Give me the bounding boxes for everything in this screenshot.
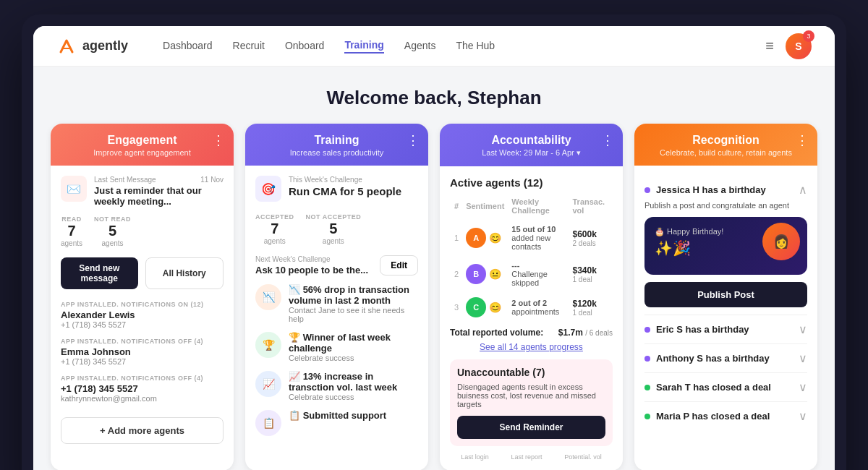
training-avatar-2: 📈: [255, 371, 281, 397]
chevron-down-icon-4[interactable]: ∨: [799, 409, 807, 423]
rank-0: 1: [454, 234, 459, 242]
agent-entry-1: APP INSTALLED. NOTIFICATIONS OFF (4) Emm…: [61, 338, 224, 366]
accepted-count: 7: [255, 221, 294, 237]
training-emoji-tag-0: 📉: [289, 284, 300, 295]
not-read-label: NOT READ: [94, 215, 131, 223]
last-sent-date: 11 Nov: [200, 176, 224, 184]
not-accepted-box: NOT ACCEPTED 5 agents: [306, 213, 362, 245]
rec-dot-1: [644, 327, 650, 333]
birthday-card-visual: 🎂 Happy Birthday! ✨🎉 👩: [644, 217, 807, 275]
agent-0-name: Alexander Lewis: [61, 309, 224, 320]
rec-expanded-header-0: Jessica H has a birthday ∧: [644, 183, 807, 197]
weekly-0: 15 out of 10added new contacts: [511, 225, 565, 251]
training-menu-icon[interactable]: ⋮: [407, 132, 420, 148]
next-week-meta: Next Week's Challenge Ask 10 people to b…: [255, 255, 368, 275]
training-card: Training Increase sales productivity ⋮ 🎯…: [245, 124, 428, 470]
last-sent-label: Last Sent Message: [94, 176, 156, 184]
last-message-row: ✉️ Last Sent Message 11 Nov Just a remin…: [61, 176, 224, 207]
weekly-1: ---Challenge skipped: [511, 261, 565, 287]
edit-challenge-button[interactable]: Edit: [380, 255, 418, 275]
training-info-2: 📈 13% increase in transction vol. last w…: [289, 371, 418, 401]
training-emoji-2: 📈: [263, 378, 275, 390]
envelope-icon: ✉️: [67, 182, 81, 196]
publish-post-button[interactable]: Publish Post: [644, 282, 807, 307]
nav-dashboard[interactable]: Dashboard: [163, 40, 213, 53]
deals-0: 2 deals: [573, 239, 609, 247]
recognition-menu-icon[interactable]: ⋮: [796, 132, 809, 148]
training-subtitle: Increase sales productivity: [257, 148, 417, 157]
training-title: Training: [257, 134, 417, 147]
avatar-1: B: [466, 264, 486, 284]
accountability-menu-icon[interactable]: ⋮: [601, 132, 614, 148]
vol-2: $120k: [573, 299, 609, 309]
recognition-header: Recognition Celebrate, build culture, re…: [634, 124, 817, 166]
agent-1-status: APP INSTALLED. NOTIFICATIONS OFF (4): [61, 338, 224, 345]
chevron-down-icon-2[interactable]: ∨: [799, 351, 807, 365]
recognition-item-0: Jessica H has a birthday ∧ Publish a pos…: [644, 176, 807, 315]
recognition-item-1: Eric S has a birthday ∨: [644, 315, 807, 344]
chevron-down-icon-3[interactable]: ∨: [799, 380, 807, 394]
total-vol: $1.7m: [558, 328, 583, 338]
table-footer: Last login Last report Potential. vol: [450, 453, 613, 461]
training-emoji-1: 🏆: [263, 339, 275, 351]
training-avatar-1: 🏆: [255, 332, 281, 358]
send-message-button[interactable]: Send new message: [61, 257, 138, 289]
chevron-down-icon: ▾: [576, 148, 581, 157]
chevron-down-icon-1[interactable]: ∨: [799, 322, 807, 336]
accountability-body: Active agents (12) # Sentiment Weekly Ch…: [440, 166, 623, 470]
training-item-3: 📋 📋 Submitted support: [255, 410, 418, 436]
training-emoji-0: 📉: [263, 291, 275, 303]
rec-dot-2: [644, 356, 650, 362]
not-accepted-count: 5: [306, 221, 362, 237]
logo: agently: [56, 36, 128, 56]
chevron-up-icon-0[interactable]: ∧: [799, 183, 807, 197]
this-week-title: Run CMA for 5 people: [289, 185, 401, 197]
nav-training[interactable]: Training: [344, 39, 383, 54]
rec-name-2: Anthony S has a birthday: [656, 353, 799, 364]
engagement-subtitle: Improve agent engagement: [62, 148, 222, 157]
nav-hub[interactable]: The Hub: [456, 40, 495, 53]
agent-2-name: +1 (718) 345 5527: [61, 383, 224, 394]
agent-row-2: 3 C 😊 2 out of 2appointments: [451, 293, 611, 322]
all-history-button[interactable]: All History: [145, 257, 224, 289]
agent-row-1: 2 B 😐 ---Challenge skipped: [451, 257, 611, 291]
rec-name-4: Maria P has closed a deal: [656, 411, 799, 422]
agent-2-status: APP INSTALLED. NOTIFICATIONS OFF (4): [61, 375, 224, 382]
nav-agents[interactable]: Agents: [404, 40, 436, 53]
message-icon-box: ✉️: [61, 176, 87, 202]
see-all-link[interactable]: See all 14 agents progress: [450, 342, 613, 352]
logo-icon: [56, 36, 77, 56]
nav-recruit[interactable]: Recruit: [233, 40, 265, 53]
deals-2: 1 deal: [573, 309, 609, 317]
total-label: Total reported volume:: [450, 328, 543, 338]
total-row: Total reported volume: $1.7m / 6 deals: [450, 328, 613, 338]
engagement-header: Engagement Improve agent engagement ⋮: [51, 124, 234, 166]
this-week-label: This Week's Challenge: [289, 176, 401, 184]
nav-onboard[interactable]: Onboard: [285, 40, 324, 53]
recognition-title: Recognition: [646, 134, 806, 147]
deals-1: 1 deal: [573, 275, 609, 283]
training-title-1: 🏆 Winner of last week challenge: [289, 332, 418, 354]
engagement-card: Engagement Improve agent engagement ⋮ ✉️…: [51, 124, 234, 470]
unaccountable-desc: Disengaged agents result in excess buisn…: [457, 383, 605, 409]
read-unit: agents: [61, 239, 82, 247]
add-agents-button[interactable]: + Add more agents: [61, 417, 224, 444]
agent-2-email: kathrynnewton@gmail.com: [61, 394, 224, 403]
agents-table: # Sentiment Weekly Challenge Transac. vo…: [450, 195, 613, 323]
recognition-item-3: Sarah T has closed a deal ∨: [644, 373, 807, 402]
hamburger-icon[interactable]: ≡: [765, 38, 774, 54]
training-body: 🎯 This Week's Challenge Run CMA for 5 pe…: [245, 166, 428, 455]
agent-entry-2: APP INSTALLED. NOTIFICATIONS OFF (4) +1 …: [61, 375, 224, 403]
agent-1-name: Emma Johnson: [61, 346, 224, 357]
training-sub-1: Celebrate success: [289, 354, 418, 362]
navbar: agently Dashboard Recruit Onboard Traini…: [33, 26, 835, 67]
engagement-menu-icon[interactable]: ⋮: [212, 132, 225, 148]
this-week-row: 🎯 This Week's Challenge Run CMA for 5 pe…: [255, 176, 418, 205]
accountability-subtitle: Last Week: 29 Mar - 6 Apr ▾: [451, 148, 611, 158]
send-reminder-button[interactable]: Send Reminder: [457, 416, 605, 439]
training-title-0: 📉 56% drop in transaction volume in last…: [289, 284, 418, 306]
nav-links: Dashboard Recruit Onboard Training Agent…: [163, 39, 742, 54]
training-avatar-3: 📋: [255, 410, 281, 436]
total-right: $1.7m / 6 deals: [558, 328, 613, 338]
agent-1-phone: +1 (718) 345 5527: [61, 357, 224, 366]
